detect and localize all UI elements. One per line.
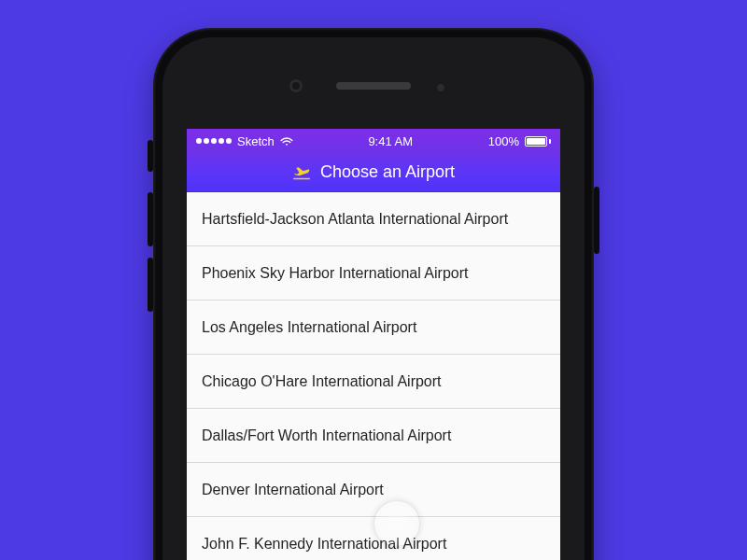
list-item[interactable]: Los Angeles International Airport [187,301,560,355]
nav-bar: Choose an Airport [187,153,560,192]
status-time: 9:41 AM [368,134,413,148]
airport-name: Denver International Airport [202,482,384,498]
list-item[interactable]: Hartsfield-Jackson Atlanta International… [187,192,560,246]
airport-name: Hartsfield-Jackson Atlanta International… [202,211,508,228]
list-item[interactable]: John F. Kennedy International Airport [187,517,560,560]
airport-list[interactable]: Hartsfield-Jackson Atlanta International… [187,192,560,560]
mute-switch [148,140,153,172]
airport-name: Phoenix Sky Harbor International Airport [202,265,468,282]
phone-frame: Sketch 9:41 AM 100% [153,28,594,560]
airport-name: Chicago O'Hare International Airport [202,373,442,390]
list-item[interactable]: Denver International Airport [187,463,560,517]
airplane-departure-icon [292,164,311,181]
list-item[interactable]: Phoenix Sky Harbor International Airport [187,246,560,301]
list-item[interactable]: Dallas/Fort Worth International Airport [187,409,560,463]
airport-name: Dallas/Fort Worth International Airport [202,427,451,444]
carrier-label: Sketch [237,134,275,148]
list-item[interactable]: Chicago O'Hare International Airport [187,355,560,409]
volume-up-button [148,192,153,246]
battery-icon [525,136,551,147]
status-right: 100% [488,134,551,148]
front-camera [289,79,303,92]
phone-bezel: Sketch 9:41 AM 100% [162,37,585,560]
airport-name: John F. Kennedy International Airport [202,536,446,553]
phone-screen: Sketch 9:41 AM 100% [187,129,560,560]
status-left: Sketch [196,134,293,148]
proximity-sensor [437,84,444,91]
earpiece-speaker [336,82,411,90]
wifi-icon [280,136,293,147]
battery-pct-label: 100% [488,134,519,148]
power-button [594,187,599,254]
signal-strength-icon [196,138,232,144]
airport-name: Los Angeles International Airport [202,319,416,336]
nav-title: Choose an Airport [320,162,455,182]
volume-down-button [148,258,153,312]
status-bar: Sketch 9:41 AM 100% [187,129,560,153]
